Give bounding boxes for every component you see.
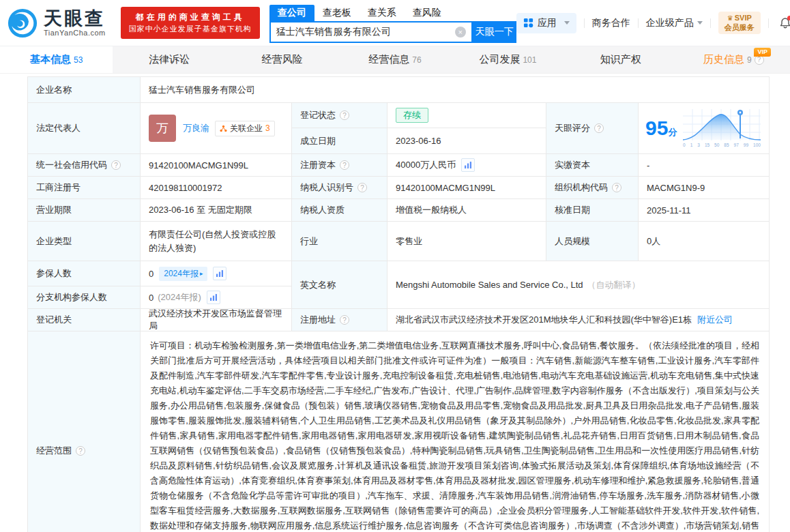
insured-count-cell: 0 2024年报 ▸ xyxy=(141,261,292,286)
reg-status-label: 登记状态 ? xyxy=(292,103,387,128)
tab-company-development[interactable]: 公司发展 101 xyxy=(452,46,564,73)
search-tab-boss[interactable]: 查老板 xyxy=(314,5,360,21)
legal-rep-avatar[interactable]: 万 xyxy=(149,115,176,142)
crown-icon: ♛ xyxy=(727,14,733,23)
related-companies-badge[interactable]: 关联企业 3 xyxy=(215,121,275,136)
slogan-line-2: 国家中小企业发展子基金旗下机构 xyxy=(129,23,252,35)
help-icon[interactable]: ? xyxy=(76,446,85,456)
label-text: 天眼评分 xyxy=(555,122,590,134)
notification-dot xyxy=(787,16,790,20)
score-value: 95 xyxy=(645,117,668,139)
taxpayer-quality-value: 增值税一般纳税人 xyxy=(387,199,546,222)
divider xyxy=(584,18,585,28)
business-scope-label: 经营范围 ? xyxy=(28,331,141,532)
caret-down-icon xyxy=(697,21,703,25)
help-icon[interactable]: ? xyxy=(340,160,349,170)
org-code-value: MACMG1N9-9 xyxy=(639,177,769,199)
business-scope-value: 许可项目：机动车检验检测服务,第一类增值电信业务,第二类增值电信业务,互联网直播… xyxy=(141,331,769,532)
legal-rep-label: 法定代表人 xyxy=(28,103,141,154)
branch-report-note: (2024年报) xyxy=(158,291,201,304)
legal-rep-cell: 万 万良渝 关联企业 3 xyxy=(141,103,292,154)
apps-menu[interactable]: 应用 xyxy=(516,13,576,33)
tab-basic-info[interactable]: 基本信息 53 xyxy=(0,46,113,73)
top-nav: 应用 商务合作 企业级产品 ♛ SVIP 会员服务 此处有... xyxy=(516,12,790,33)
business-term-label: 营业期限 xyxy=(28,199,141,222)
score-axis: 0131550859799100 xyxy=(682,142,762,148)
help-icon[interactable]: ? xyxy=(594,123,604,133)
taxpayer-id-label: 纳税人识别号 ? xyxy=(292,177,387,199)
business-term-value: 2023-06-16 至 无固定期限 xyxy=(141,199,292,222)
branch-insured-cell: 0 (2024年报) xyxy=(141,286,292,309)
reg-status-cell: 存续 xyxy=(387,103,546,128)
brand-domain: TianYanCha.com xyxy=(44,29,106,37)
help-icon[interactable]: ? xyxy=(612,183,621,192)
search-tab-company[interactable]: 查公司 xyxy=(269,5,314,21)
notifications-bell[interactable] xyxy=(779,17,790,29)
help-icon[interactable]: ? xyxy=(340,315,349,325)
reg-capital-label: 注册资本 ? xyxy=(292,154,387,177)
tab-label: 知识产权 xyxy=(600,53,641,66)
related-count: 3 xyxy=(265,123,270,133)
establish-date-label: 成立日期 xyxy=(292,128,387,154)
approval-date-label: 核准日期 xyxy=(546,199,639,222)
search-input[interactable] xyxy=(271,27,455,38)
help-icon[interactable]: ? xyxy=(340,110,349,120)
taxpayer-quality-label: 纳税人资质 xyxy=(292,199,387,222)
tab-count: 101 xyxy=(523,55,536,65)
auto-translate-note: （自动翻译） xyxy=(587,279,641,291)
label-text: 纳税人识别号 xyxy=(300,181,353,194)
apps-grid-icon xyxy=(523,18,533,28)
tab-count: 53 xyxy=(74,55,83,65)
english-name-cell: Mengshi Automobile Sales and Service Co.… xyxy=(387,261,769,309)
reg-authority-label: 登记机关 xyxy=(28,309,141,331)
nav-enterprise-products[interactable]: 企业级产品 xyxy=(646,17,703,29)
svip-member-badge[interactable]: ♛ SVIP 会员服务 xyxy=(718,12,761,33)
staff-size-value: 0人 xyxy=(639,222,769,261)
approval-date-value: 2025-11-11 xyxy=(639,199,769,222)
arrow-right-icon: ▸ xyxy=(200,270,203,277)
reg-number-label: 工商注册号 xyxy=(28,177,141,199)
insured-count-label: 参保人数 xyxy=(28,261,141,286)
help-icon[interactable]: ? xyxy=(357,183,367,192)
search-tab-risk[interactable]: 查风险 xyxy=(405,5,450,21)
svip-label: SVIP xyxy=(735,14,752,23)
insured-chart-icon[interactable] xyxy=(213,267,226,280)
label-text: 注册资本 xyxy=(300,159,336,171)
tab-label: 公司发展 xyxy=(479,53,520,66)
tab-legal-litigation[interactable]: 法律诉讼 xyxy=(113,46,225,73)
tianyancha-logo[interactable]: 天眼查 TianYanCha.com xyxy=(7,8,106,39)
capital-chart-icon[interactable] xyxy=(461,158,475,172)
legal-rep-link[interactable]: 万良渝 xyxy=(183,122,209,134)
reg-address-label: 注册地址 ? xyxy=(292,309,387,331)
label-text: 经营范围 xyxy=(36,445,72,457)
tab-operation-info[interactable]: 经营信息 76 xyxy=(338,46,451,73)
industry-value: 零售业 xyxy=(387,222,546,261)
search-block: 查公司 查老板 查关系 查风险 × 天眼一下 xyxy=(269,3,516,43)
divider xyxy=(768,18,769,28)
bell-curve-icon xyxy=(682,108,762,142)
search-box: × xyxy=(269,21,473,43)
company-type-label: 企业类型 xyxy=(28,222,141,261)
reg-number-value: 420198110001972 xyxy=(141,177,292,199)
tab-intellectual-property[interactable]: 知识产权 xyxy=(564,46,677,73)
label-text: 登记状态 xyxy=(300,109,336,121)
annual-report-badge[interactable]: 2024年报 ▸ xyxy=(159,267,207,281)
company-type-text: 有限责任公司(自然人投资或控股的法人独资) xyxy=(149,228,283,254)
tab-label: 法律诉讼 xyxy=(149,53,190,66)
branch-insured-label: 分支机构参保人数 xyxy=(28,286,141,309)
help-icon[interactable]: ? xyxy=(111,160,121,170)
search-button[interactable]: 天眼一下 xyxy=(473,21,516,43)
branch-chart-icon[interactable] xyxy=(207,291,220,304)
tab-operation-risk[interactable]: 经营风险 xyxy=(226,46,338,73)
insured-count-value: 0 xyxy=(149,269,153,279)
score-distribution-chart: 0131550859799100 xyxy=(682,108,762,148)
establish-date-value: 2023-06-16 xyxy=(387,128,546,154)
industry-label: 行业 xyxy=(292,222,387,261)
search-tab-relation[interactable]: 查关系 xyxy=(360,5,405,21)
nav-business-cooperation[interactable]: 商务合作 xyxy=(592,17,630,29)
tab-history-info[interactable]: VIP 历史信息 9 ? xyxy=(677,46,790,73)
basic-info-table: 企业名称 猛士汽车销售服务有限公司 法定代表人 万 万良渝 关联企业 3 登记状… xyxy=(27,76,770,532)
paid-capital-label: 实缴资本 xyxy=(546,154,639,177)
clear-search-icon[interactable]: × xyxy=(455,27,466,38)
nearby-companies-link[interactable]: 附近公司 xyxy=(697,314,733,326)
